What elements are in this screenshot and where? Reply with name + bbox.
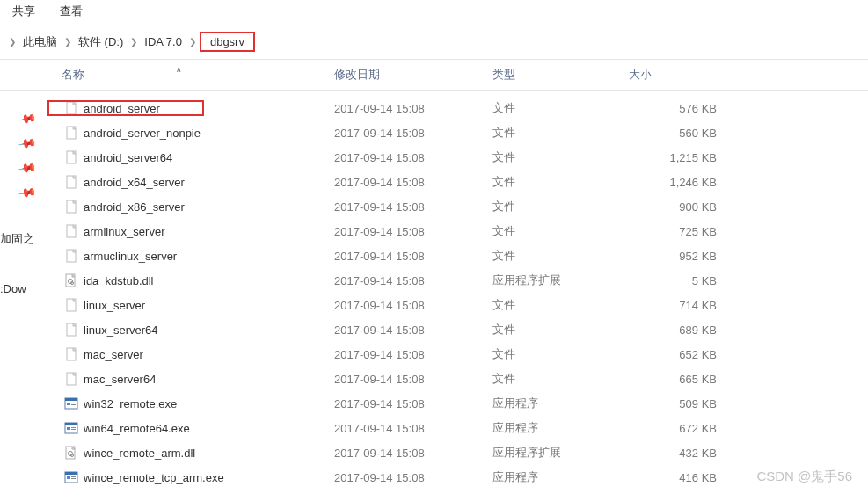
file-type: 应用程序扩展 bbox=[492, 445, 629, 461]
file-size: 672 KB bbox=[629, 422, 726, 435]
file-icon bbox=[64, 347, 78, 361]
file-type: 文件 bbox=[492, 371, 629, 387]
file-icon bbox=[64, 323, 78, 337]
chevron-right-icon: ❯ bbox=[64, 37, 71, 47]
file-size: 509 KB bbox=[629, 397, 726, 410]
file-name: wince_remote_arm.dll bbox=[84, 447, 195, 460]
sidebar-label[interactable]: 加固之 bbox=[0, 231, 34, 247]
breadcrumb-current[interactable]: dbgsrv bbox=[200, 32, 255, 52]
file-size: 1,215 KB bbox=[629, 151, 726, 164]
file-size: 652 KB bbox=[629, 348, 726, 361]
svg-rect-16 bbox=[67, 403, 70, 405]
table-row[interactable]: wince_remote_arm.dll2017-09-14 15:08应用程序… bbox=[48, 440, 868, 465]
file-name: android_server64 bbox=[84, 151, 172, 164]
column-date[interactable]: 修改日期 bbox=[334, 67, 492, 83]
svg-rect-30 bbox=[71, 476, 76, 477]
table-row[interactable]: armlinux_server2017-09-14 15:08文件725 KB bbox=[48, 219, 868, 243]
file-size: 5 KB bbox=[629, 274, 726, 287]
table-row[interactable]: ida_kdstub.dll2017-09-14 15:08应用程序扩展5 KB bbox=[48, 268, 868, 293]
breadcrumb-item[interactable]: 软件 (D:) bbox=[73, 33, 128, 52]
table-row[interactable]: win32_remote.exe2017-09-14 15:08应用程序509 … bbox=[48, 391, 868, 416]
table-row[interactable]: android_server642017-09-14 15:08文件1,215 … bbox=[48, 145, 868, 170]
breadcrumb-item[interactable]: IDA 7.0 bbox=[139, 33, 187, 50]
file-date: 2017-09-14 15:08 bbox=[334, 323, 492, 337]
file-date: 2017-09-14 15:08 bbox=[334, 176, 492, 189]
file-type: 文件 bbox=[492, 199, 629, 214]
file-name: linux_server bbox=[84, 299, 145, 312]
file-icon bbox=[64, 224, 78, 238]
table-row[interactable]: android_x64_server2017-09-14 15:08文件1,24… bbox=[48, 170, 868, 194]
pin-icon[interactable]: 📌 bbox=[17, 158, 37, 178]
table-row[interactable]: android_x86_server2017-09-14 15:08文件900 … bbox=[48, 194, 868, 219]
table-row[interactable]: linux_server642017-09-14 15:08文件689 KB bbox=[48, 317, 868, 342]
file-date: 2017-09-14 15:08 bbox=[334, 447, 492, 460]
pin-icon[interactable]: 📌 bbox=[17, 183, 37, 203]
svg-rect-18 bbox=[71, 404, 76, 405]
table-row[interactable]: linux_server2017-09-14 15:08文件714 KB bbox=[48, 293, 868, 317]
file-name: armuclinux_server bbox=[84, 250, 177, 263]
file-type: 文件 bbox=[492, 100, 629, 116]
file-date: 2017-09-14 15:08 bbox=[334, 127, 492, 140]
tab-view[interactable]: 查看 bbox=[56, 2, 86, 21]
table-row[interactable]: android_server2017-09-14 15:08文件576 KB bbox=[48, 96, 868, 120]
file-name: mac_server bbox=[84, 348, 143, 361]
column-name[interactable]: 名称 ∧ bbox=[0, 67, 334, 83]
file-date: 2017-09-14 15:08 bbox=[334, 299, 492, 312]
sidebar-label[interactable]: :Dow bbox=[0, 282, 26, 295]
table-row[interactable]: armuclinux_server2017-09-14 15:08文件952 K… bbox=[48, 243, 868, 268]
file-name: win64_remote64.exe bbox=[84, 422, 190, 435]
svg-rect-28 bbox=[65, 472, 77, 475]
table-row[interactable]: mac_server642017-09-14 15:08文件665 KB bbox=[48, 367, 868, 391]
file-type: 文件 bbox=[492, 125, 629, 141]
file-type: 应用程序 bbox=[492, 420, 629, 436]
file-date: 2017-09-14 15:08 bbox=[334, 471, 492, 484]
file-date: 2017-09-14 15:08 bbox=[334, 200, 492, 214]
column-type[interactable]: 类型 bbox=[492, 67, 629, 83]
file-name: mac_server64 bbox=[84, 373, 156, 386]
tab-share[interactable]: 共享 bbox=[9, 2, 39, 21]
file-date: 2017-09-14 15:08 bbox=[334, 225, 492, 238]
sort-ascending-icon: ∧ bbox=[176, 65, 182, 74]
file-icon bbox=[64, 200, 78, 214]
file-size: 1,246 KB bbox=[629, 176, 726, 189]
column-size[interactable]: 大小 bbox=[629, 67, 726, 83]
file-type: 文件 bbox=[492, 223, 629, 239]
file-size: 576 KB bbox=[629, 102, 726, 115]
svg-rect-21 bbox=[67, 427, 70, 430]
file-icon bbox=[64, 446, 78, 460]
file-name: armlinux_server bbox=[84, 225, 164, 238]
file-date: 2017-09-14 15:08 bbox=[334, 422, 492, 435]
table-row[interactable]: mac_server2017-09-14 15:08文件652 KB bbox=[48, 342, 868, 367]
column-headers[interactable]: 名称 ∧ 修改日期 类型 大小 bbox=[0, 60, 868, 91]
breadcrumb[interactable]: ❯ 此电脑 ❯ 软件 (D:) ❯ IDA 7.0 ❯ dbgsrv bbox=[0, 23, 868, 60]
file-size: 952 KB bbox=[629, 250, 726, 263]
chevron-right-icon: ❯ bbox=[130, 37, 137, 47]
file-date: 2017-09-14 15:08 bbox=[334, 397, 492, 410]
file-date: 2017-09-14 15:08 bbox=[334, 102, 492, 115]
sidebar: 📌 📌 📌 📌 加固之 :Dow bbox=[0, 91, 48, 490]
file-type: 文件 bbox=[492, 322, 629, 338]
file-size: 714 KB bbox=[629, 299, 726, 312]
file-size: 432 KB bbox=[629, 447, 726, 460]
table-row[interactable]: android_server_nonpie2017-09-14 15:08文件5… bbox=[48, 120, 868, 145]
table-row[interactable]: wince_remote_tcp_arm.exe2017-09-14 15:08… bbox=[48, 465, 868, 490]
svg-rect-31 bbox=[71, 478, 76, 479]
file-type: 应用程序 bbox=[492, 469, 629, 485]
ribbon-tabs: 共享 查看 bbox=[0, 0, 868, 23]
breadcrumb-item[interactable]: 此电脑 bbox=[18, 33, 62, 52]
file-icon bbox=[64, 249, 78, 263]
file-name: android_x64_server bbox=[84, 176, 185, 189]
file-size: 665 KB bbox=[629, 373, 726, 386]
pin-icon[interactable]: 📌 bbox=[17, 109, 37, 129]
chevron-right-icon: ❯ bbox=[189, 37, 196, 47]
file-type: 文件 bbox=[492, 248, 629, 264]
file-type: 文件 bbox=[492, 174, 629, 190]
table-row[interactable]: win64_remote64.exe2017-09-14 15:08应用程序67… bbox=[48, 416, 868, 440]
pin-icon[interactable]: 📌 bbox=[17, 134, 37, 154]
file-list[interactable]: android_server2017-09-14 15:08文件576 KBan… bbox=[48, 91, 868, 490]
chevron-right-icon: ❯ bbox=[9, 37, 16, 47]
file-icon bbox=[64, 372, 78, 386]
svg-rect-15 bbox=[65, 398, 77, 401]
file-size: 560 KB bbox=[629, 127, 726, 140]
file-name: android_x86_server bbox=[84, 200, 185, 214]
